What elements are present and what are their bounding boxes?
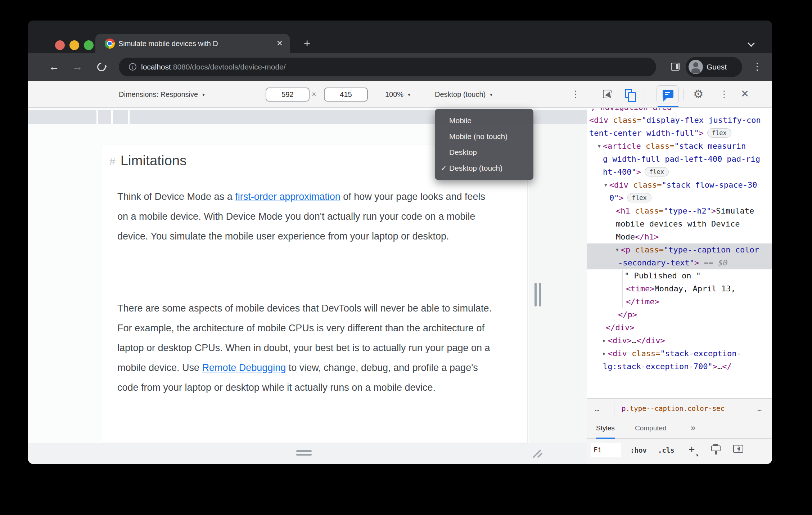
article-card: #Limitations Think of Device Mode as a f… — [102, 144, 528, 443]
viewport-resize-handle-right[interactable] — [539, 283, 541, 306]
elements-tree-row[interactable]: -secondary-text"> == $0 — [587, 256, 772, 269]
elements-tree-row[interactable]: </p> — [587, 308, 772, 321]
more-tabs-icon[interactable]: » — [691, 419, 695, 437]
styles-filter-bar: Fi :hov .cls + — [587, 439, 772, 464]
chevron-down-icon[interactable] — [748, 40, 755, 47]
elements-tree-row[interactable]: mobile devices with Device — [587, 218, 772, 230]
address-field[interactable]: i localhost:8080/docs/devtools/device-mo… — [119, 58, 656, 76]
close-devtools-icon[interactable]: × — [741, 81, 749, 106]
viewport-height-input[interactable] — [324, 88, 368, 102]
flex-badge[interactable]: flex — [627, 193, 651, 202]
speech-bubble-icon — [663, 90, 673, 98]
page-heading: #Limitations — [109, 153, 187, 169]
expand-arrow-closed-icon[interactable]: ▶ — [603, 351, 606, 356]
side-panel-icon[interactable] — [671, 63, 680, 71]
expand-arrow-open-icon[interactable]: ▼ — [604, 182, 607, 188]
menu-item-mobile-no-touch[interactable]: Mobile (no touch) — [435, 129, 533, 144]
browser-menu-icon[interactable]: ⋮ — [752, 53, 762, 81]
elements-tree-row[interactable]: <div class="display-flex justify-con — [587, 114, 772, 127]
zoom-dropdown[interactable]: 100%▼ — [385, 81, 411, 108]
elements-tree: , navigation-area<div class="display-fle… — [587, 108, 772, 398]
browser-tab[interactable]: Simulate mobile devices with D × — [95, 34, 290, 53]
elements-tree-row[interactable]: ▶<div class="stack-exception- — [587, 347, 772, 360]
menu-item-label: Desktop (touch) — [449, 164, 502, 172]
dimensions-dropdown[interactable]: Dimensions: Responsive▼ — [119, 81, 206, 108]
devtools-menu-icon[interactable]: ⋮ — [719, 81, 729, 107]
messages-panel-tab[interactable] — [657, 85, 679, 103]
viewport-resize-handle-bottom[interactable] — [296, 450, 312, 452]
inspect-element-icon[interactable] — [603, 90, 612, 98]
heading-anchor-hash[interactable]: # — [109, 156, 116, 167]
viewport-resize-handle-corner[interactable] — [530, 448, 542, 460]
new-style-rule-button[interactable]: + — [689, 439, 695, 460]
profile-button[interactable]: Guest — [686, 57, 742, 77]
breadcrumb-overflow-left[interactable]: … — [595, 399, 600, 418]
close-tab-icon[interactable]: × — [272, 34, 287, 53]
paragraph: Think of Device Mode as a first-order ap… — [117, 187, 493, 246]
expand-arrow-open-icon[interactable]: ▼ — [598, 143, 601, 149]
show-sidebar-icon[interactable] — [733, 445, 743, 453]
elements-tree-row[interactable]: ▼<div class="stack flow-space-30 — [587, 179, 772, 192]
paragraph-text: Think of Device Mode as a — [117, 191, 235, 202]
elements-tree-row[interactable]: </div> — [587, 321, 772, 334]
site-info-icon[interactable]: i — [129, 63, 136, 71]
elements-tree-row[interactable]: ht-400">flex — [587, 166, 772, 179]
breadcrumb-item[interactable]: p.type--caption.color-sec — [622, 399, 725, 418]
elements-tree-row[interactable]: </time> — [587, 295, 772, 308]
menu-item-mobile[interactable]: Mobile — [435, 113, 533, 129]
viewport-width-input[interactable] — [266, 88, 310, 102]
viewport-resize-handle-right[interactable] — [534, 283, 537, 306]
styles-filter-input[interactable]: Fi — [591, 443, 621, 457]
reload-button[interactable] — [95, 61, 108, 73]
viewport-resize-handle-bottom[interactable] — [296, 454, 312, 456]
elements-tree-row[interactable]: 0">flex — [587, 192, 772, 205]
new-tab-button[interactable]: + — [297, 34, 317, 53]
elements-tree-row[interactable]: tent-center width-full">flex — [587, 127, 772, 140]
elements-tree-row[interactable]: ▶<div>…</div> — [587, 334, 772, 347]
breadcrumb: … p.type--caption.color-sec … — [587, 398, 772, 419]
forward-button[interactable]: → — [69, 53, 85, 81]
toggle-hover-state-button[interactable]: :hov — [630, 439, 647, 461]
devtools-toolbar: ⚙ ⋮ × — [587, 81, 772, 108]
elements-tree-row[interactable]: ▼<p class="type--caption color — [587, 243, 772, 256]
toggle-device-toolbar-icon[interactable] — [625, 89, 632, 98]
elements-tree-row[interactable]: , navigation-area — [587, 108, 772, 114]
device-toolbar-menu-icon[interactable]: ⋮ — [571, 81, 580, 107]
active-panel-indicator — [658, 106, 678, 107]
close-window-button[interactable] — [55, 40, 65, 50]
elements-tree-row[interactable]: Mode</h1> — [587, 230, 772, 243]
back-button[interactable]: ← — [46, 53, 62, 81]
content-link[interactable]: Remote Debugging — [202, 362, 286, 373]
elements-tree-row[interactable]: g width-full pad-left-400 pad-rig — [587, 153, 772, 166]
breadcrumb-overflow-right[interactable]: … — [757, 399, 762, 418]
flex-badge[interactable]: flex — [707, 128, 731, 138]
settings-gear-icon[interactable]: ⚙ — [693, 81, 704, 107]
check-icon: ✓ — [438, 160, 449, 176]
content-area: Dimensions: Responsive▼ × 100%▼ Desktop … — [28, 81, 772, 464]
menu-item-desktop[interactable]: Desktop — [435, 144, 533, 160]
elements-tree-row[interactable]: <h1 class="type--h2">Simulate — [587, 205, 772, 218]
expand-arrow-closed-icon[interactable]: ▶ — [603, 338, 606, 343]
tab-styles[interactable]: Styles — [596, 419, 615, 439]
tab-computed[interactable]: Computed — [635, 419, 667, 438]
rendering-emulation-icon[interactable] — [711, 445, 721, 451]
zoom-window-button[interactable] — [84, 40, 94, 50]
elements-tree-row[interactable]: ▼<article class="stack measurin — [587, 140, 772, 153]
device-type-dropdown[interactable]: Desktop (touch)▼ — [435, 81, 493, 108]
menu-item-desktop-touch[interactable]: ✓Desktop (touch) — [435, 160, 533, 176]
minimize-window-button[interactable] — [69, 40, 79, 50]
chrome-favicon-icon — [105, 39, 115, 49]
expand-arrow-open-icon[interactable]: ▼ — [616, 247, 619, 252]
menu-item-label: Mobile (no touch) — [449, 132, 508, 140]
caret-down-icon: ▼ — [489, 93, 493, 97]
menu-item-label: Mobile — [449, 116, 472, 125]
sidebar-tabs: Styles Computed » — [587, 419, 772, 439]
caret-down-icon: ▼ — [407, 93, 411, 97]
flex-badge[interactable]: flex — [645, 167, 669, 176]
toggle-class-button[interactable]: .cls — [658, 439, 675, 461]
elements-tree-row[interactable]: " Published on " — [587, 269, 772, 282]
dimensions-separator: × — [312, 81, 316, 108]
elements-tree-row[interactable]: <time>Monday, April 13, — [587, 282, 772, 295]
content-link[interactable]: first-order approximation — [235, 191, 340, 202]
elements-tree-row[interactable]: lg:stack-exception-700">…</ — [587, 360, 772, 373]
